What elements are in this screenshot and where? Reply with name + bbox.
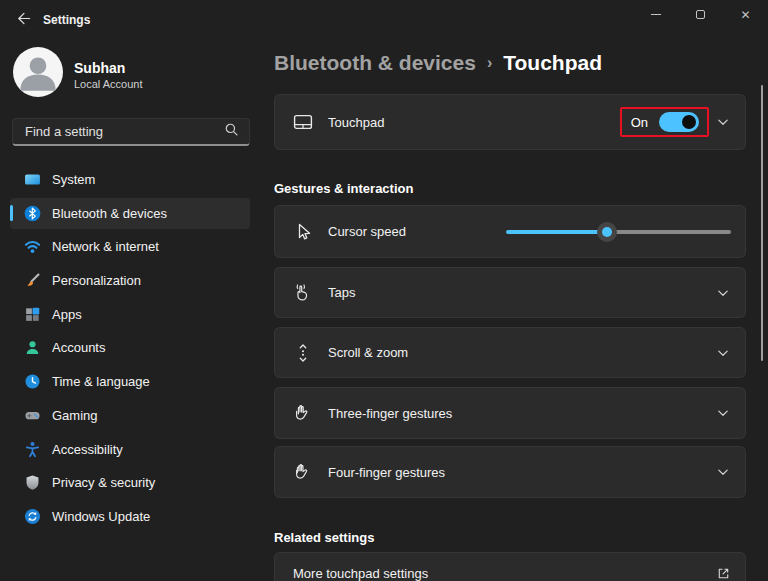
cursor-speed-row: Cursor speed	[274, 205, 746, 258]
sidebar-item-time-language[interactable]: Time & language	[10, 366, 250, 397]
expander-taps[interactable]: Taps	[274, 267, 746, 318]
sidebar-item-personalization[interactable]: Personalization	[10, 265, 250, 296]
sidebar-item-windows-update[interactable]: Windows Update	[10, 501, 250, 532]
expander-four-finger-gestures[interactable]: Four-finger gestures	[274, 446, 746, 498]
expander-label: Scroll & zoom	[328, 345, 408, 360]
sidebar-item-accounts[interactable]: Accounts	[10, 332, 250, 363]
touchpad-toggle-row[interactable]: Touchpad On	[274, 94, 746, 150]
accounts-icon	[24, 339, 41, 356]
chevron-down-icon[interactable]	[715, 464, 731, 480]
expander-scroll-zoom[interactable]: Scroll & zoom	[274, 327, 746, 378]
sidebar: Subhan Local Account System Bluetooth & …	[0, 38, 260, 581]
cursor-speed-slider-thumb[interactable]	[597, 222, 617, 242]
chevron-down-icon[interactable]	[715, 114, 731, 130]
cursor-speed-slider[interactable]	[506, 222, 731, 242]
sidebar-item-network-internet[interactable]: Network & internet	[10, 231, 250, 262]
personalization-icon	[24, 272, 41, 289]
chevron-down-icon[interactable]	[715, 285, 731, 301]
toggle-knob	[682, 115, 696, 129]
page-title: Touchpad	[503, 51, 602, 75]
bluetooth-icon	[24, 205, 41, 222]
expander-three-finger-gestures[interactable]: Three-finger gestures	[274, 387, 746, 439]
sidebar-item-label: Network & internet	[52, 239, 159, 254]
sidebar-item-label: Windows Update	[52, 509, 150, 524]
user-name: Subhan	[74, 60, 125, 76]
search-box[interactable]	[12, 118, 250, 146]
accessibility-icon	[24, 441, 41, 458]
gaming-icon	[24, 407, 41, 424]
three-finger-icon	[293, 403, 313, 423]
sidebar-item-label: Apps	[52, 307, 82, 322]
main-content: Bluetooth & devices › Touchpad Touchpad …	[273, 0, 748, 581]
back-arrow-icon	[16, 11, 31, 30]
app-title: Settings	[43, 13, 90, 27]
settings-window: Settings ✕ Subhan Local Account System B…	[0, 0, 768, 581]
touchpad-toggle[interactable]	[659, 112, 699, 132]
expander-label: Three-finger gestures	[328, 406, 452, 421]
related-section-header: Related settings	[274, 530, 374, 545]
toggle-state-label: On	[631, 115, 648, 130]
tap-icon	[293, 283, 313, 303]
apps-icon	[24, 306, 41, 323]
cursor-icon	[293, 222, 313, 242]
expander-label: Taps	[328, 285, 355, 300]
sidebar-item-label: Gaming	[52, 408, 98, 423]
search-input[interactable]	[25, 124, 224, 139]
sidebar-item-system[interactable]: System	[10, 164, 250, 195]
touchpad-label: Touchpad	[328, 115, 384, 130]
network-icon	[24, 238, 41, 255]
breadcrumb-parent[interactable]: Bluetooth & devices	[274, 51, 476, 75]
highlight-annotation-box: On	[620, 107, 709, 137]
expander-label: Four-finger gestures	[328, 465, 445, 480]
scroll-icon	[293, 343, 313, 363]
system-icon	[24, 171, 41, 188]
sidebar-item-label: Privacy & security	[52, 475, 155, 490]
breadcrumb: Bluetooth & devices › Touchpad	[274, 48, 602, 78]
search-icon	[224, 122, 239, 141]
four-finger-icon	[293, 462, 313, 482]
cursor-speed-slider-track[interactable]	[506, 230, 731, 234]
vertical-scrollbar[interactable]	[761, 85, 763, 361]
time-language-icon	[24, 373, 41, 390]
touchpad-icon	[293, 112, 313, 132]
more-touchpad-settings-label: More touchpad settings	[293, 566, 428, 581]
sidebar-item-accessibility[interactable]: Accessibility	[10, 434, 250, 465]
windows-update-icon	[24, 508, 41, 525]
chevron-down-icon[interactable]	[715, 345, 731, 361]
sidebar-item-bluetooth-devices[interactable]: Bluetooth & devices	[10, 198, 250, 229]
avatar	[13, 47, 63, 97]
sidebar-item-label: Bluetooth & devices	[52, 206, 167, 221]
sidebar-item-gaming[interactable]: Gaming	[10, 400, 250, 431]
more-touchpad-settings-link[interactable]: More touchpad settings	[274, 552, 746, 581]
sidebar-item-label: System	[52, 172, 95, 187]
chevron-down-icon[interactable]	[715, 405, 731, 421]
sidebar-item-privacy-security[interactable]: Privacy & security	[10, 467, 250, 498]
external-link-icon	[715, 565, 731, 581]
sidebar-item-label: Accessibility	[52, 442, 123, 457]
breadcrumb-separator-icon: ›	[476, 54, 503, 72]
sidebar-item-label: Accounts	[52, 340, 105, 355]
user-account-type: Local Account	[74, 78, 143, 90]
sidebar-item-label: Personalization	[52, 273, 141, 288]
cursor-speed-label: Cursor speed	[328, 224, 406, 239]
sidebar-item-apps[interactable]: Apps	[10, 299, 250, 330]
sidebar-nav: System Bluetooth & devices Network & int…	[10, 164, 250, 535]
sidebar-item-label: Time & language	[52, 374, 150, 389]
gestures-section-header: Gestures & interaction	[274, 181, 413, 196]
back-button[interactable]	[8, 6, 38, 34]
privacy-security-icon	[24, 474, 41, 491]
